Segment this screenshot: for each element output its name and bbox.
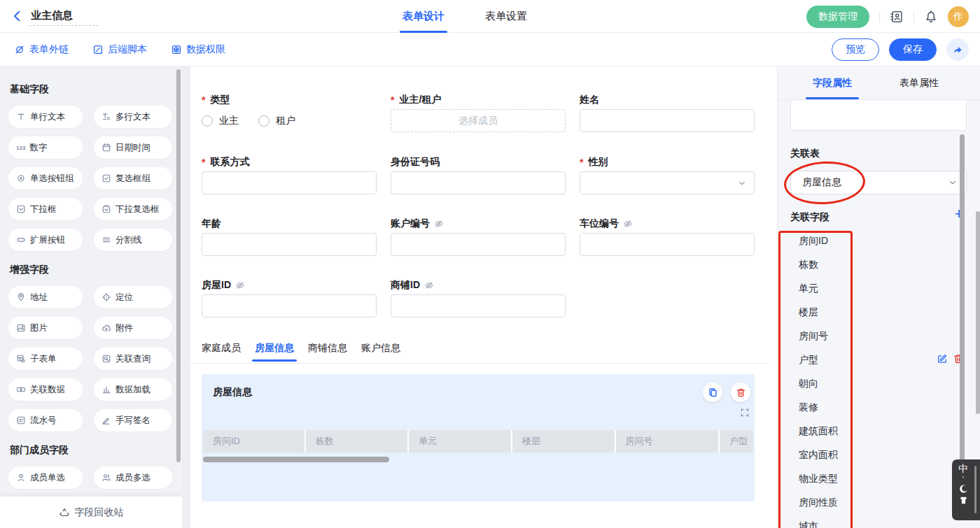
toolbar-link-form-external-link[interactable]: 表单外链 [14,43,69,56]
sidebar-scrollbar[interactable] [176,69,181,462]
edit-icon[interactable] [937,353,948,366]
related-field-item[interactable]: 房间ID [799,235,828,249]
sidebar-item-number[interactable]: 123数字 [8,136,83,159]
data-manage-button[interactable]: 数据管理 [806,6,869,28]
sidebar-item-select[interactable]: 下拉框 [8,198,83,220]
bell-icon[interactable] [924,10,938,24]
recycle-icon [59,507,70,518]
related-field-item[interactable]: 装修 [799,401,818,415]
sidebar-item-single-line-text[interactable]: 单行文本 [8,106,83,128]
text-input[interactable] [580,233,755,256]
sidebar-item-attachment[interactable]: 附件 [94,317,172,339]
text-input[interactable] [202,294,377,317]
related-field-item[interactable]: 单元 [799,283,818,297]
sidebar-item-divider[interactable]: 分割线 [94,229,172,251]
toolbar-link-backend-script[interactable]: 后端脚本 [92,43,147,56]
form-field-house-id[interactable]: 房屋ID [202,278,377,317]
expand-icon[interactable] [739,408,750,419]
properties-tab[interactable]: 表单属性 [899,66,939,99]
field-recycle-bin[interactable]: 字段回收站 [0,497,182,528]
form-field-type[interactable]: *类型业主租户 [202,93,377,132]
related-field-item[interactable]: 物业类型 [799,473,838,487]
form-field-parking-no[interactable]: 车位编号 [580,217,755,256]
sidebar-item-datetime[interactable]: 日期时间 [94,136,172,159]
field-label-text: 类型 [210,94,230,106]
select-input[interactable] [580,171,755,194]
related-field-item[interactable]: 房间号 [799,330,828,344]
related-field-item[interactable]: 室内面积 [799,449,838,463]
related-field-item[interactable]: 房间性质 [799,497,838,511]
form-field-contact[interactable]: *联系方式 [202,155,377,194]
subform-tab[interactable]: 房屋信息 [255,342,294,362]
member-select-input[interactable]: 选择成员 [391,109,566,132]
sidebar-item-extend-button[interactable]: 扩展按钮 [8,229,83,251]
backend-script-label: 后端脚本 [108,43,147,56]
text-input[interactable] [202,233,377,256]
sidebar-item-signature[interactable]: 手写签名 [94,409,172,431]
sidebar-item-relation-query[interactable]: 关联查询 [94,348,172,370]
sidebar-item-location[interactable]: 定位 [94,286,172,308]
related-field-item[interactable]: 户型 [799,354,818,368]
form-field-owner-tenant[interactable]: *业主/租户选择成员 [391,93,566,132]
sidebar-item-serial-number[interactable]: 流水号 [8,409,83,431]
person-icon [16,473,26,483]
text-input[interactable] [202,171,377,194]
recycle-bin-label: 字段回收站 [75,506,124,519]
related-field-item[interactable]: 栋数 [799,259,818,273]
topbar-tab-inactive[interactable]: 表单设置 [485,0,527,33]
address-book-icon[interactable] [890,10,904,24]
sidebar-item-member-single[interactable]: 成员单选 [8,466,83,489]
add-field-button[interactable]: + [950,205,968,223]
panel-scrollbar[interactable] [976,211,980,414]
sidebar-item-multi-select[interactable]: 下拉复选框 [94,198,172,220]
form-field-id-number[interactable]: 身份证号码 [391,155,566,194]
radio-option-租户[interactable]: 租户 [258,115,295,127]
form-field-gender[interactable]: *性别 [580,155,755,194]
sidebar-item-radio-group[interactable]: 单选按钮组 [8,167,83,190]
share-button[interactable] [946,38,969,61]
related-field-item[interactable]: 朝向 [799,378,818,392]
related-field-item[interactable]: 建筑面积 [799,425,838,439]
form-designer-app: 业主信息 表单设计表单设置 数据管理 作 表单外链后端脚本数据权限 预览 保存 [0,0,980,528]
form-field-account-no[interactable]: 账户编号 [391,217,566,256]
ime-widget[interactable]: 中 ʼ [952,459,980,520]
page-title[interactable]: 业主信息 [29,9,98,26]
save-button[interactable]: 保存 [889,38,937,61]
text-input[interactable] [580,109,755,132]
properties-tab[interactable]: 字段属性 [813,66,852,99]
sidebar-item-data-load[interactable]: 数据加载 [94,378,172,401]
radio-option-label: 业主 [219,115,239,127]
trash-icon[interactable] [731,383,750,402]
form-field-shop-id[interactable]: 商铺ID [391,278,566,317]
horizontal-scrollbar[interactable] [203,457,389,462]
field-name-input[interactable] [790,101,967,131]
text-input[interactable] [391,171,566,194]
toolbar-link-data-permission[interactable]: 数据权限 [171,43,225,56]
sidebar-item-address[interactable]: 地址 [8,286,83,308]
lookup-icon [102,354,111,364]
back-icon[interactable] [11,9,24,23]
form-field-age[interactable]: 年龄 [202,217,377,256]
sidebar-item-member-multi[interactable]: 成员多选 [94,466,172,489]
sidebar-item-relation-data[interactable]: 关联数据 [8,378,83,401]
related-table-select[interactable]: 房屋信息 [790,171,967,194]
copy-button[interactable] [703,383,722,402]
sidebar-item-subform[interactable]: 子表单 [8,348,83,370]
preview-button[interactable]: 预览 [832,38,879,61]
subform-tab[interactable]: 家庭成员 [202,342,241,362]
related-field-item[interactable]: 城市 [799,520,818,528]
form-field-name[interactable]: 姓名 [580,93,755,132]
avatar[interactable]: 作 [948,6,969,27]
subform-tab[interactable]: 账户信息 [361,342,400,362]
sidebar-item-multi-line-text[interactable]: 多行文本 [94,106,172,128]
subform-tab[interactable]: 商铺信息 [308,342,347,362]
related-field-item[interactable]: 楼层 [799,306,818,320]
radio-option-业主[interactable]: 业主 [202,115,239,127]
sidebar-item-image[interactable]: 图片 [8,317,83,339]
subtable-panel[interactable]: 房屋信息 房间ID栋数单元楼层房间号户型 [202,374,755,501]
subtable-title: 房屋信息 [213,386,252,399]
sidebar-item-checkbox-group[interactable]: 复选框组 [94,167,172,190]
text-input[interactable] [391,294,566,317]
text-input[interactable] [391,233,566,256]
topbar-tab-active[interactable]: 表单设计 [402,0,444,33]
